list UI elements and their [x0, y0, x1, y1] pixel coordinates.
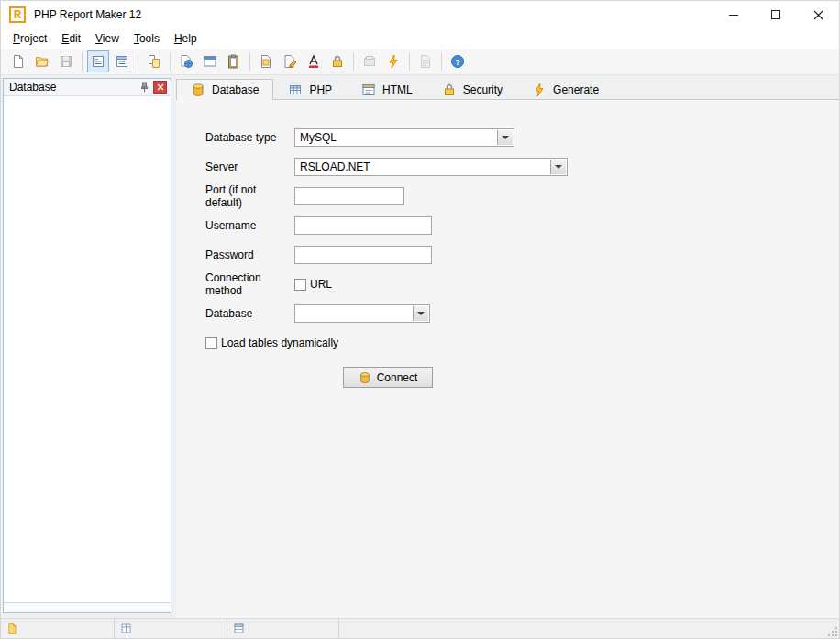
toolbar: ?	[1, 49, 839, 75]
database-icon	[191, 83, 205, 97]
app-window: R PHP Report Maker 12 Project Edit View …	[0, 0, 840, 639]
open-project-button[interactable]	[31, 50, 53, 72]
tab-php[interactable]: PHP	[273, 79, 347, 100]
connection-method-label: Connection method	[205, 271, 294, 297]
copy-pages-icon	[147, 54, 161, 69]
maximize-button[interactable]	[755, 1, 797, 28]
lightning-icon	[532, 83, 547, 97]
chevron-down-icon	[417, 312, 425, 315]
lock-icon	[330, 54, 345, 69]
toolbar-separator	[249, 52, 250, 71]
toolbar-separator	[441, 52, 442, 71]
edit-settings-button[interactable]	[279, 50, 301, 72]
tab-label: Security	[463, 83, 503, 96]
close-button[interactable]	[797, 1, 839, 28]
window-controls	[713, 1, 839, 28]
menu-view[interactable]: View	[88, 29, 127, 48]
database-select[interactable]	[294, 304, 430, 323]
menu-help[interactable]: Help	[167, 29, 204, 48]
server-input[interactable]	[295, 159, 567, 175]
synchronize-button[interactable]	[143, 50, 165, 72]
tab-html[interactable]: HTML	[347, 79, 427, 100]
window-icon	[203, 54, 217, 69]
svg-text:?: ?	[455, 57, 460, 67]
load-tables-checkbox[interactable]	[205, 337, 217, 349]
font-icon	[306, 54, 321, 69]
tab-label: Database	[212, 83, 259, 96]
window-title: PHP Report Maker 12	[34, 8, 141, 21]
clipboard-icon	[227, 54, 241, 69]
port-input[interactable]	[294, 187, 404, 205]
report-button	[414, 50, 437, 72]
preview-window-button[interactable]	[199, 50, 221, 72]
paste-code-button[interactable]	[223, 50, 245, 72]
database-panel-header: Database	[4, 79, 171, 96]
password-label: Password	[205, 248, 294, 261]
status-section-panel-2	[227, 619, 339, 638]
database-type-label: Database type	[205, 131, 294, 144]
title-bar: R PHP Report Maker 12	[1, 1, 839, 28]
username-input[interactable]	[294, 216, 432, 235]
table-icon	[288, 83, 303, 97]
database-tab-page: Database type MySQL Server	[176, 99, 839, 618]
menu-edit[interactable]: Edit	[54, 29, 88, 48]
lightning-icon	[386, 54, 401, 69]
username-label: Username	[205, 219, 294, 232]
load-tables-label: Load tables dynamically	[221, 336, 338, 349]
content-area: Database Database PHP	[1, 75, 839, 618]
url-checkbox-label: URL	[310, 278, 332, 291]
database-dropdown-button[interactable]	[413, 306, 428, 321]
chevron-down-icon	[502, 136, 509, 139]
font-settings-button[interactable]	[303, 50, 325, 72]
server-dropdown-button[interactable]	[550, 160, 566, 174]
security-settings-button[interactable]	[326, 50, 348, 72]
database-panel-footer	[4, 602, 171, 612]
database-type-select[interactable]: MySQL	[294, 128, 514, 147]
grid-panel-icon	[120, 622, 132, 634]
edit-page-icon	[282, 54, 297, 69]
save-project-button	[55, 50, 77, 72]
save-icon	[59, 54, 73, 69]
minimize-button[interactable]	[713, 1, 755, 28]
close-panel-button[interactable]	[153, 81, 167, 94]
connect-button-label: Connect	[377, 371, 418, 384]
generate-button[interactable]	[382, 50, 404, 72]
status-bar	[1, 618, 839, 638]
database-type-value: MySQL	[295, 131, 514, 144]
chevron-down-icon	[555, 165, 562, 169]
tab-generate[interactable]: Generate	[517, 79, 613, 100]
report-page-icon	[418, 54, 433, 69]
status-section-project	[1, 619, 115, 638]
script-settings-button[interactable]	[255, 50, 277, 72]
database-tree[interactable]	[4, 96, 171, 602]
pin-panel-button[interactable]	[138, 81, 151, 94]
menu-tools[interactable]: Tools	[127, 29, 167, 48]
toggle-database-panel-button[interactable]	[87, 50, 109, 72]
database-type-dropdown-button[interactable]	[497, 130, 513, 145]
resize-grip-icon[interactable]	[827, 626, 838, 637]
connect-button[interactable]: Connect	[343, 367, 433, 388]
menu-project[interactable]: Project	[6, 29, 54, 48]
toolbar-separator	[409, 52, 410, 71]
status-section-panel-1	[115, 619, 227, 638]
url-checkbox[interactable]	[294, 279, 306, 291]
view-source-button[interactable]	[175, 50, 197, 72]
tab-bar: Database PHP HTML Security Generate	[176, 78, 839, 100]
new-project-button[interactable]	[7, 50, 29, 72]
tab-security[interactable]: Security	[427, 79, 517, 100]
tab-label: PHP	[309, 83, 332, 96]
close-icon	[157, 83, 164, 91]
toggle-objects-panel-button[interactable]	[111, 50, 133, 72]
server-label: Server	[205, 160, 294, 173]
toolbar-separator	[138, 52, 138, 71]
port-label: Port (if not default)	[205, 183, 294, 209]
password-input[interactable]	[294, 246, 432, 264]
server-combobox[interactable]	[294, 158, 568, 176]
open-folder-icon	[35, 54, 50, 69]
menu-bar: Project Edit View Tools Help	[1, 28, 839, 49]
tab-database[interactable]: Database	[176, 79, 273, 100]
pin-icon	[139, 82, 149, 93]
app-logo-icon: R	[9, 6, 26, 23]
minimize-icon	[729, 15, 738, 16]
help-button[interactable]: ?	[447, 50, 469, 72]
